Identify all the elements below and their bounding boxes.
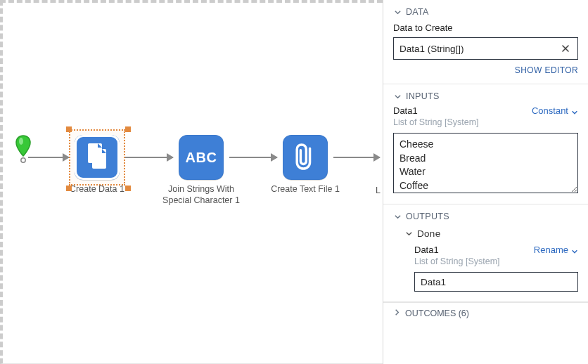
svg-point-1 xyxy=(21,158,25,162)
input-mode-label: Constant xyxy=(532,105,568,116)
chevron-down-icon xyxy=(404,230,413,238)
flow-arrow xyxy=(333,157,380,158)
properties-panel: DATA Data to Create SHOW EDITOR INPUTS D… xyxy=(383,0,588,364)
node-create-text-file[interactable]: Create Text File 1 xyxy=(283,135,328,195)
section-title: INPUTS xyxy=(406,91,440,101)
abc-icon: ABC xyxy=(186,150,217,166)
input-list-textarea[interactable] xyxy=(393,133,578,193)
output-rename-dropdown[interactable]: Rename xyxy=(534,245,578,255)
group-header-done[interactable]: Done xyxy=(404,227,578,240)
section-header-inputs[interactable]: INPUTS xyxy=(393,89,578,103)
output-action-label: Rename xyxy=(534,245,568,255)
flow-arrow xyxy=(125,157,173,158)
section-title: DATA xyxy=(406,7,429,17)
section-header-data[interactable]: DATA xyxy=(393,4,578,18)
input-type-hint: List of String [System] xyxy=(393,117,578,127)
section-title: OUTCOMES (6) xyxy=(405,308,469,318)
output-field-label: Data1 xyxy=(414,245,439,255)
node-label: Create Text File 1 xyxy=(263,184,347,195)
node-join-strings[interactable]: ABC Join Strings With Special Character … xyxy=(179,135,224,206)
output-name-input[interactable] xyxy=(414,272,578,292)
chevron-down-icon xyxy=(571,108,578,115)
chevron-down-icon xyxy=(393,8,402,16)
data-to-create-input-row xyxy=(393,37,578,60)
output-group-done: Done Data1 Rename List of String [System… xyxy=(404,227,578,292)
input-field-label: Data1 xyxy=(393,105,418,116)
flow-start-pin[interactable] xyxy=(15,135,31,163)
copy-pages-icon xyxy=(82,141,112,175)
show-editor-link[interactable]: SHOW EDITOR xyxy=(393,65,578,75)
group-title: Done xyxy=(417,228,440,239)
paperclip-icon xyxy=(293,142,317,174)
section-inputs: INPUTS Data1 Constant List of String [Sy… xyxy=(383,84,588,204)
field-label-data-to-create: Data to Create xyxy=(393,22,578,33)
flow-arrow xyxy=(28,157,69,158)
clear-icon[interactable] xyxy=(558,41,573,56)
section-header-outcomes[interactable]: OUTCOMES (6) xyxy=(383,302,588,318)
section-title: OUTPUTS xyxy=(406,212,449,221)
svg-point-0 xyxy=(19,138,23,145)
data-to-create-input[interactable] xyxy=(400,44,558,54)
chevron-down-icon xyxy=(393,212,402,221)
node-label: Join Strings With Special Character 1 xyxy=(159,184,243,206)
node-label-partial: L xyxy=(376,186,381,195)
chevron-down-icon xyxy=(393,92,402,100)
flow-canvas[interactable]: Create Data 1 ABC Join Strings With Spec… xyxy=(0,0,383,364)
chevron-right-icon xyxy=(393,308,401,318)
section-outputs: OUTPUTS Done Data1 Rename xyxy=(383,204,588,302)
output-type-hint: List of String [System] xyxy=(414,256,578,266)
chevron-down-icon xyxy=(571,247,578,254)
section-data: DATA Data to Create SHOW EDITOR xyxy=(383,0,588,84)
node-create-data[interactable]: Create Data 1 xyxy=(75,135,120,195)
input-mode-dropdown[interactable]: Constant xyxy=(532,105,578,116)
section-header-outputs[interactable]: OUTPUTS xyxy=(393,209,578,223)
flow-arrow xyxy=(229,157,277,158)
